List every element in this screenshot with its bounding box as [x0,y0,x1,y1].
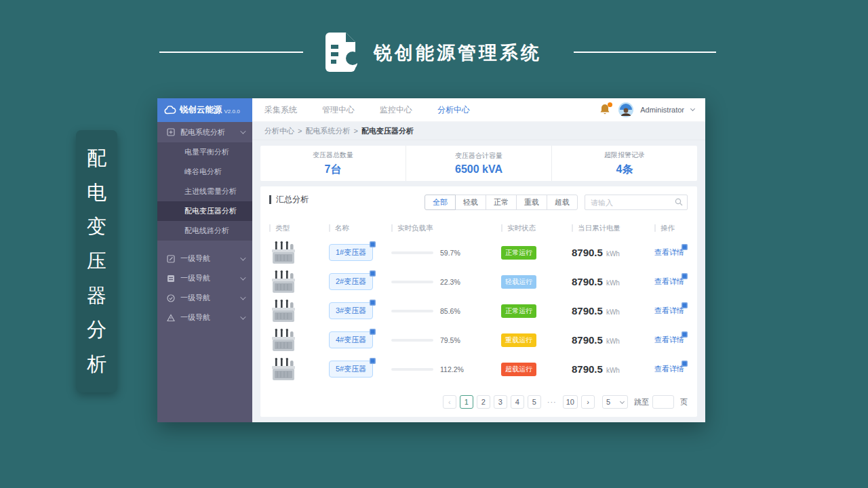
filter-light-load[interactable]: 轻载 [455,195,486,210]
status-badge: 正常运行 [501,304,536,318]
search-icon [675,198,683,206]
link-badge-icon [682,302,688,308]
energy-value: 8790.5 [572,247,603,258]
sidebar-item-main-line-demand[interactable]: 主进线需量分析 [157,182,252,201]
sidebar-item-peak-valley[interactable]: 峰谷电分析 [157,162,252,182]
col-energy: 当日累计电量 [572,224,654,232]
username[interactable]: Administrator [640,106,684,114]
filter-all[interactable]: 全部 [425,195,456,210]
col-actions: 操作 [654,224,688,232]
banner-divider-right [574,52,716,53]
transformer-name-button[interactable]: 3#变压器 [329,302,373,319]
page-button-2[interactable]: 2 [477,395,490,409]
transformer-image [269,357,298,382]
page-size-select[interactable]: 5 [602,395,628,409]
energy-value: 8790.5 [572,276,603,287]
pagination: ‹ 1 2 3 4 5 ··· 10 › 5 跳至 [443,395,688,409]
table-row: 3#变压器 85.6% 正常运行 8790.5 kWh 查看详情 [269,296,688,325]
sidebar-item-line-analysis[interactable]: 配电线路分析 [157,221,252,241]
page-ellipsis: ··· [545,395,559,409]
filter-heavy-load[interactable]: 重载 [516,195,547,210]
load-progress-bar [391,310,433,312]
page-prev-button[interactable]: ‹ [443,395,456,409]
avatar[interactable] [618,102,633,117]
sidebar: 锐创云能源 V2.0.0 配电系统分析 电量平衡分析 峰谷电分析 主进线需量分析 [157,98,252,422]
app-version: V2.0.0 [224,108,240,115]
sidebar-item-energy-balance[interactable]: 电量平衡分析 [157,142,252,162]
page-button-4[interactable]: 4 [511,395,524,409]
tab-management-center[interactable]: 管理中心 [322,104,355,116]
banner-divider-left [159,52,303,53]
app-name: 锐创云能源 [180,104,222,116]
breadcrumb-current-page: 配电变压器分析 [361,126,414,136]
link-badge-icon [370,270,376,277]
status-badge: 重载运行 [501,333,536,347]
chevron-down-icon [240,128,245,134]
load-percentage: 79.5% [440,336,460,344]
transformer-name-button[interactable]: 5#变压器 [329,361,373,378]
load-progress-bar [391,368,433,371]
notification-bell-icon[interactable] [599,103,612,117]
load-percentage: 85.6% [440,307,460,315]
sidebar-group-nav-2[interactable]: 一级导航 [157,268,252,288]
link-badge-icon [370,358,376,364]
chevron-down-icon [240,274,245,280]
sidebar-submenu: 电量平衡分析 峰谷电分析 主进线需量分析 配电变压器分析 配电线路分析 [157,142,252,241]
page-next-button[interactable]: › [581,395,595,409]
view-details-link[interactable]: 查看详情 [654,364,684,374]
stats-card: 变压器总数量 7台 变压器合计容量 6500 kVA 超限报警记录 4条 [260,146,697,181]
app-window: 锐创云能源 V2.0.0 配电系统分析 电量平衡分析 峰谷电分析 主进线需量分析 [157,98,705,422]
col-name: 名称 [329,224,391,232]
transformer-name-button[interactable]: 1#变压器 [329,244,373,261]
load-progress-bar [391,339,433,342]
jump-page-input[interactable] [652,395,674,409]
link-badge-icon [370,300,376,306]
chevron-down-icon [240,294,245,300]
filter-overload[interactable]: 超载 [547,195,578,210]
sidebar-group-nav-1[interactable]: 一级导航 [157,249,252,268]
tab-collection-system[interactable]: 采集系统 [264,104,297,116]
breadcrumb-distribution-analysis[interactable]: 配电系统分析 [305,126,350,136]
energy-unit: kWh [606,250,620,258]
transformer-image [269,298,298,324]
tab-monitoring-center[interactable]: 监控中心 [380,104,412,116]
transformer-image [269,327,298,353]
view-details-link[interactable]: 查看详情 [654,335,684,345]
stat-total-capacity: 变压器合计容量 6500 kVA [406,146,551,181]
link-badge-icon [370,329,376,335]
user-menu-caret-icon[interactable] [690,106,695,111]
col-type: 类型 [269,224,329,232]
sidebar-extra-nav: 一级导航 一级导航 一级导航 [157,249,252,327]
page-button-10[interactable]: 10 [563,395,578,409]
sidebar-group-distribution-analysis[interactable]: 配电系统分析 [157,122,252,142]
sidebar-group-nav-3[interactable]: 一级导航 [157,288,252,308]
table-body: 1#变压器 59.7% 正常运行 8790.5 kWh 查看详情 [269,238,688,384]
page-button-3[interactable]: 3 [494,395,507,409]
col-load-rate: 实时负载率 [391,224,501,232]
transformer-name-button[interactable]: 4#变压器 [329,331,373,348]
page-button-5[interactable]: 5 [528,395,541,409]
energy-unit: kWh [606,338,620,345]
breadcrumb: 分析中心 > 配电系统分析 > 配电变压器分析 [252,122,705,140]
tab-analysis-center[interactable]: 分析中心 [437,104,470,116]
view-details-link[interactable]: 查看详情 [654,247,684,258]
transformer-name-button[interactable]: 2#变压器 [329,273,373,290]
table-toolbar: 全部 轻载 正常 重载 超载 [425,195,688,210]
warning-icon [167,314,175,322]
sidebar-item-transformer-analysis[interactable]: 配电变压器分析 [157,201,252,221]
view-details-link[interactable]: 查看详情 [654,306,684,316]
link-badge-icon [370,241,376,247]
sidebar-group-nav-4[interactable]: 一级导航 [157,308,252,327]
link-badge-icon [682,273,688,279]
chevron-down-icon [240,255,245,260]
filter-normal[interactable]: 正常 [486,195,517,210]
search-input[interactable] [585,195,688,210]
page-button-1[interactable]: 1 [460,395,473,409]
breadcrumb-analysis-center[interactable]: 分析中心 [264,126,294,136]
view-details-link[interactable]: 查看详情 [654,277,684,287]
col-status: 实时状态 [501,224,572,232]
status-badge: 正常运行 [501,246,536,260]
content-area: 变压器总数量 7台 变压器合计容量 6500 kVA 超限报警记录 4条 汇总分… [252,140,705,422]
jump-to-label: 跳至 [634,397,649,407]
table-row: 1#变压器 59.7% 正常运行 8790.5 kWh 查看详情 [269,238,688,267]
